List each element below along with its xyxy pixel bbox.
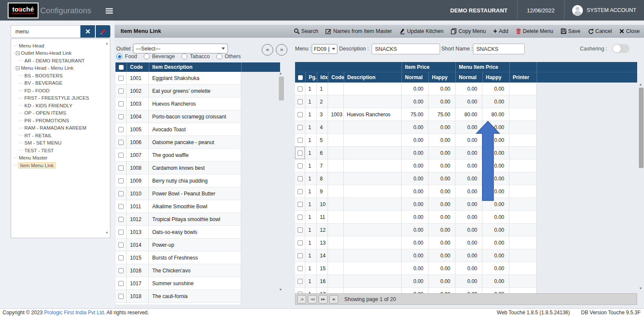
right-scroll-up-icon[interactable]: ▲ <box>639 83 642 86</box>
menu-price-happy-cell[interactable]: 0.00 <box>482 121 509 134</box>
first-page-button[interactable]: |◀ <box>297 295 306 304</box>
last-page-button[interactable]: ▶| <box>329 295 338 304</box>
row-checkbox[interactable] <box>298 189 303 194</box>
table-row[interactable]: 1001 Eggplant Shakshuka <box>115 72 241 85</box>
printer-cell[interactable] <box>509 121 537 134</box>
menu-price-happy-cell[interactable]: 0.00 <box>482 159 509 172</box>
table-row[interactable]: 1 8 0.00 0.00 0.00 0.00 <box>295 172 537 185</box>
menu-price-normal-cell[interactable]: 0.00 <box>455 198 482 211</box>
printer-cell[interactable] <box>509 83 537 95</box>
item-price-normal-cell[interactable]: 75.00 <box>402 108 428 121</box>
item-price-normal-cell[interactable]: 0.00 <box>402 95 428 108</box>
menu-price-normal-cell[interactable]: 0.00 <box>455 288 482 293</box>
tree-item[interactable]: TEST - TEST <box>14 147 108 154</box>
menu-price-normal-cell[interactable]: 0.00 <box>455 236 482 249</box>
row-checkbox[interactable] <box>298 112 303 117</box>
account-menu[interactable]: SYSTEM ACCOUNT <box>564 0 644 21</box>
row-checkbox[interactable] <box>298 138 303 143</box>
table-row[interactable]: 1 11 0.00 0.00 0.00 0.00 <box>295 211 537 224</box>
printer-cell[interactable] <box>509 185 537 198</box>
cancel-button[interactable]: Cancel <box>588 28 612 34</box>
item-price-normal-cell[interactable]: 0.00 <box>402 262 428 275</box>
table-row[interactable]: 1 12 0.00 0.00 0.00 0.00 <box>295 224 537 236</box>
item-price-happy-cell[interactable]: 0.00 <box>428 249 455 262</box>
category-radio-option[interactable]: Others <box>216 53 241 59</box>
menu-price-happy-cell[interactable]: 0.00 <box>482 185 509 198</box>
item-price-normal-cell[interactable]: 0.00 <box>402 224 428 236</box>
item-price-normal-cell[interactable]: 0.00 <box>402 198 428 211</box>
collapse-icon[interactable] <box>16 66 20 70</box>
row-checkbox[interactable] <box>118 153 124 158</box>
tree-item[interactable]: OP - OPEN ITEMS <box>14 109 108 117</box>
update-kitchen-button[interactable]: Update Kitchen <box>399 28 443 34</box>
category-radio-option[interactable]: Food <box>116 53 137 59</box>
short-name-input[interactable] <box>473 44 525 54</box>
table-row[interactable]: 1 14 0.00 0.00 0.00 0.00 <box>295 249 537 262</box>
menu-price-normal-cell[interactable]: 0.00 <box>455 134 482 147</box>
category-radio-option[interactable]: Beverage <box>144 53 175 59</box>
table-row[interactable]: 1010 Power Bowl - Peanut Butter <box>115 187 241 200</box>
menu-price-normal-cell[interactable]: 0.00 <box>455 185 482 198</box>
row-checkbox[interactable] <box>118 294 124 299</box>
tree-scroll-up-icon[interactable]: ▲ <box>105 41 109 45</box>
menu-price-normal-cell[interactable]: 0.00 <box>455 262 482 275</box>
names-from-item-master-button[interactable]: Names from Item Master <box>325 28 392 34</box>
right-scroll-down-icon[interactable]: ▼ <box>639 287 642 290</box>
printer-cell[interactable] <box>509 288 537 293</box>
table-row[interactable]: 1014 Power-up <box>115 239 241 251</box>
menu-price-normal-cell[interactable]: 80.00 <box>455 108 482 121</box>
printer-cell[interactable] <box>509 147 537 159</box>
menu-price-happy-cell[interactable]: 0.00 <box>482 249 509 262</box>
menu-price-normal-cell[interactable]: 0.00 <box>455 172 482 185</box>
table-row[interactable]: 1 15 0.00 0.00 0.00 0.00 <box>295 262 537 275</box>
table-row[interactable]: 1013 Oats-so-easy bowls <box>115 226 241 239</box>
row-checkbox[interactable] <box>118 114 124 119</box>
row-checkbox[interactable] <box>298 227 303 233</box>
table-row[interactable]: 1 17 0.00 0.00 0.00 0.00 <box>295 288 537 293</box>
printer-cell[interactable] <box>509 198 537 211</box>
menu-price-happy-cell[interactable]: 0.00 <box>482 147 509 159</box>
table-row[interactable]: 1 6 0.00 0.00 0.00 0.00 <box>295 147 537 159</box>
printer-cell[interactable] <box>509 224 537 236</box>
printer-cell[interactable] <box>509 275 537 288</box>
printer-cell[interactable] <box>509 236 537 249</box>
menu-price-normal-cell[interactable]: 0.00 <box>455 249 482 262</box>
tree-item[interactable]: RAM - RAMADAN KAREEM <box>14 124 108 132</box>
menu-price-normal-cell[interactable]: 0.00 <box>455 83 482 95</box>
item-price-happy-cell[interactable]: 0.00 <box>428 275 455 288</box>
table-row[interactable]: 1 16 0.00 0.00 0.00 0.00 <box>295 275 537 288</box>
menu-price-happy-cell[interactable]: 0.00 <box>482 262 509 275</box>
item-price-normal-cell[interactable]: 0.00 <box>402 172 428 185</box>
tree-item[interactable]: SM - SET MENU <box>14 139 108 147</box>
next-page-button[interactable]: ▶▶ <box>319 295 328 304</box>
table-row[interactable]: 1017 Summer sunshine <box>115 277 241 290</box>
item-price-happy-cell[interactable]: 0.00 <box>428 198 455 211</box>
table-row[interactable]: 1011 Alkalime Smoothie Bowl <box>115 200 241 213</box>
cashering-toggle[interactable] <box>612 44 629 53</box>
menu-price-happy-cell[interactable]: 0.00 <box>482 198 509 211</box>
row-checkbox[interactable] <box>298 151 303 156</box>
table-row[interactable]: 1 10 0.00 0.00 0.00 0.00 <box>295 198 537 211</box>
item-price-happy-cell[interactable]: 75.00 <box>428 108 455 121</box>
tree-item[interactable]: Item Menu Link <box>14 162 108 169</box>
tree-item[interactable]: FD - FOOD <box>14 87 108 95</box>
row-checkbox[interactable] <box>118 255 124 260</box>
tree-item[interactable]: Menu Master <box>14 154 108 162</box>
item-price-happy-cell[interactable]: 0.00 <box>428 185 455 198</box>
item-price-normal-cell[interactable]: 0.00 <box>402 159 428 172</box>
table-row[interactable]: 1016 The Chicken’avo <box>115 264 241 277</box>
collapse-icon[interactable] <box>16 51 20 55</box>
table-row[interactable]: 1 13 0.00 0.00 0.00 0.00 <box>295 236 537 249</box>
row-checkbox[interactable] <box>298 240 303 245</box>
item-price-happy-cell[interactable]: 0.00 <box>428 121 455 134</box>
left-scrollbar-thumb[interactable] <box>279 77 284 100</box>
category-radio-option[interactable]: Tabacco <box>181 53 210 59</box>
table-row[interactable]: 1005 Avocado Toast <box>115 123 241 136</box>
table-row[interactable]: 1015 Bursts of Freshness <box>115 251 241 264</box>
menu-price-normal-cell[interactable]: 0.00 <box>455 224 482 236</box>
left-scroll-up-icon[interactable]: ▲ <box>279 72 282 75</box>
tree-item[interactable]: FRST - FREESTYLE JUICES <box>14 95 108 102</box>
row-checkbox[interactable] <box>298 99 303 104</box>
tree-item[interactable]: BV - BEVERAGE <box>14 80 108 87</box>
row-checkbox[interactable] <box>118 76 124 81</box>
